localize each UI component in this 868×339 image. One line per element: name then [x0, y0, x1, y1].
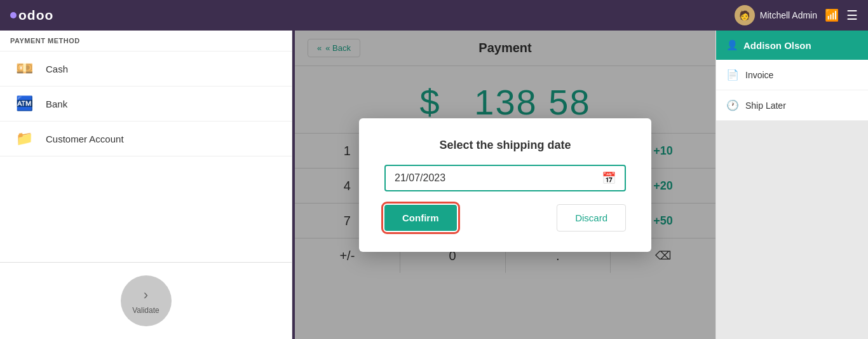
payment-method-bank[interactable]: 🏧 Bank — [0, 86, 292, 121]
modal-title: Select the shipping date — [384, 139, 626, 152]
bank-label: Bank — [46, 99, 67, 109]
menu-icon[interactable]: ☰ — [846, 8, 858, 23]
invoice-icon: 📄 — [726, 69, 739, 81]
date-input-wrapper: 📅 — [384, 165, 626, 191]
main-layout: PAYMENT METHOD 💴 Cash 🏧 Bank 📁 Customer … — [0, 31, 868, 339]
customer-name: Addison Olson — [743, 40, 811, 51]
confirm-button[interactable]: Confirm — [384, 205, 457, 231]
avatar: 🧑 — [735, 5, 755, 25]
cash-icon: 💴 — [13, 60, 36, 77]
date-input[interactable] — [395, 172, 602, 184]
customer-avatar-icon: 👤 — [726, 39, 738, 51]
validate-area: › Validate — [0, 262, 292, 339]
validate-button[interactable]: › Validate — [121, 275, 172, 326]
ship-later-label: Ship Later — [745, 100, 786, 111]
username: Mitchell Admin — [760, 10, 817, 20]
odoo-logo: odoo — [10, 8, 53, 23]
ship-later-icon: 🕐 — [726, 99, 739, 111]
modal-buttons: Confirm Discard — [384, 204, 626, 232]
invoice-label: Invoice — [745, 70, 773, 80]
wifi-icon: 📶 — [825, 8, 839, 22]
payment-method-customer-account[interactable]: 📁 Customer Account — [0, 121, 292, 156]
navbar-right: 🧑 Mitchell Admin 📶 ☰ — [735, 5, 858, 25]
customer-account-label: Customer Account — [46, 134, 124, 144]
shipping-date-modal: Select the shipping date 📅 Confirm Disca… — [359, 118, 651, 252]
validate-arrow-icon: › — [144, 287, 148, 303]
user-info: 🧑 Mitchell Admin — [735, 5, 817, 25]
payment-method-cash[interactable]: 💴 Cash — [0, 52, 292, 86]
bank-icon: 🏧 — [13, 95, 36, 112]
payment-content: « « Back Payment $ 138 58 1 2 3 +10 4 5 … — [295, 31, 715, 339]
discard-button[interactable]: Discard — [557, 204, 626, 232]
payment-sidebar: PAYMENT METHOD 💴 Cash 🏧 Bank 📁 Customer … — [0, 31, 292, 339]
customer-header: 👤 Addison Olson — [716, 31, 868, 60]
right-panel: 👤 Addison Olson 📄 Invoice 🕐 Ship Later — [715, 31, 868, 339]
right-panel-ship-later[interactable]: 🕐 Ship Later — [716, 90, 868, 121]
customer-account-icon: 📁 — [13, 130, 36, 147]
validate-label: Validate — [132, 306, 159, 315]
cash-label: Cash — [46, 64, 68, 74]
modal-overlay: Select the shipping date 📅 Confirm Disca… — [295, 31, 715, 339]
navbar: odoo 🧑 Mitchell Admin 📶 ☰ — [0, 0, 868, 31]
payment-method-header: PAYMENT METHOD — [0, 31, 292, 52]
right-panel-invoice[interactable]: 📄 Invoice — [716, 60, 868, 90]
calendar-icon[interactable]: 📅 — [602, 171, 616, 185]
